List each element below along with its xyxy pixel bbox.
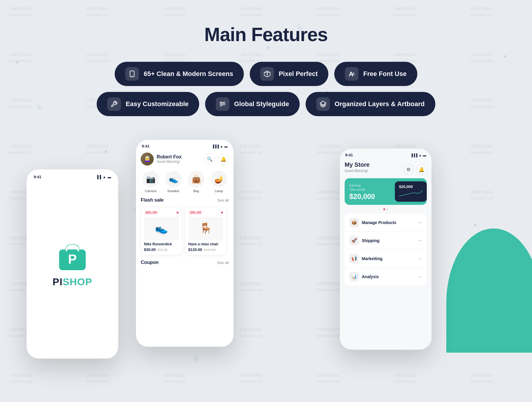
earning-label: Earning (349, 184, 375, 187)
feature-badge-screens[interactable]: 65+ Clean & Modern Screens (115, 62, 244, 86)
menu-left-products: 📦 Manage Products (349, 218, 396, 227)
chair-name: Have a relax chair (188, 242, 223, 246)
svg-point-4 (267, 73, 268, 74)
products-label: Manage Products (362, 220, 396, 225)
coupon-title: Coupon (141, 260, 158, 265)
logo-bag-icon: P (56, 241, 89, 273)
nike-price: $30.00 (144, 247, 156, 252)
styleguide-label: Global Styleguide (234, 100, 289, 108)
logo-area: P PISHOP (53, 241, 92, 288)
layers-icon (316, 97, 330, 111)
status-bar-left: 9:41 ▐▐ ▲ ▬ (27, 175, 118, 179)
earning-left: Earning This month $20,000 (349, 184, 375, 201)
styleguide-icon (216, 97, 229, 111)
menu-item-analysis[interactable]: 📊 Analysis → (345, 268, 427, 286)
feature-badge-customize[interactable]: Easy Customizeable (97, 92, 199, 116)
product-card-chair[interactable]: 50% Off ♥ 🪑 Have a relax chair $120.00 $… (185, 207, 226, 255)
lamp-circle: 🪔 (211, 171, 227, 187)
flash-see-all[interactable]: See all (217, 198, 229, 202)
nike-heart[interactable]: ♥ (176, 210, 179, 215)
time-right: 9:41 (345, 153, 353, 157)
phone-header: 👩‍🦳 Robert Fox Good Morning! 🔍 🔔 (136, 150, 233, 168)
product-card-nike[interactable]: 60% Off ♥ 👟 Nike Runnerdick $30.00 $70.0… (141, 207, 182, 255)
settings-icon-btn[interactable]: ⚙ (403, 164, 414, 175)
dark-card-amount: $20,000 (399, 184, 423, 189)
camera-label: Camera (145, 189, 156, 193)
screens-label: 65+ Clean & Modern Screens (144, 70, 233, 78)
layers-label: Organized Layers & Artboard (335, 100, 425, 108)
bell-icon-btn[interactable]: 🔔 (218, 154, 229, 164)
category-row: 📷 Camera 👟 Sneaker 👜 Bag 🪔 Lamp (136, 168, 233, 196)
chair-price: $120.00 (188, 247, 202, 252)
header-icons: 🔍 🔔 (205, 154, 229, 164)
user-name: Robert Fox (157, 154, 181, 160)
earning-amount: $20,000 (349, 192, 375, 201)
feature-badge-pixel[interactable]: Pixel Perfect (250, 62, 328, 86)
menu-left-shipping: 🚀 Shipping (349, 236, 379, 245)
chair-old-price: $240.00 (204, 248, 216, 252)
nike-prices: $30.00 $70.00 (144, 247, 179, 252)
sneaker-circle: 👟 (165, 171, 182, 187)
phone-store: 9:41 ▐▐▐▲▬ My Store Good Morning! ⚙ 🔔 (340, 149, 432, 350)
feature-badge-font[interactable]: A A Free Font Use (334, 62, 417, 86)
menu-left-analysis: 📊 Analysis (349, 272, 379, 281)
search-icon-btn[interactable]: 🔍 (205, 154, 215, 164)
nike-image: 👟 (144, 217, 179, 240)
coupon-see-all[interactable]: See all (217, 260, 229, 265)
feature-badge-layers[interactable]: Organized Layers & Artboard (306, 92, 435, 116)
user-info: Robert Fox Good Morning! (157, 154, 181, 164)
chair-heart[interactable]: ♥ (221, 210, 223, 215)
svg-text:A: A (352, 72, 355, 76)
phone-home: 9:41 ▐▐▐▲▬ 👩‍🦳 Robert Fox Good Morning! … (136, 140, 233, 347)
bag-label: Bag (193, 189, 199, 193)
dark-chart (399, 189, 423, 198)
bell2-icon-btn[interactable]: 🔔 (416, 164, 427, 175)
screens-icon (125, 67, 139, 81)
lamp-label: Lamp (215, 189, 223, 193)
chair-badge-row: 50% Off ♥ (188, 210, 223, 215)
products-icon: 📦 (349, 218, 359, 227)
category-bag[interactable]: 👜 Bag (188, 171, 205, 193)
marketing-arrow: → (417, 256, 422, 261)
category-camera[interactable]: 📷 Camera (142, 171, 159, 193)
marketing-icon: 📢 (349, 254, 359, 263)
nike-old-price: $70.00 (158, 248, 168, 252)
chair-image: 🪑 (188, 217, 223, 240)
wifi-icon: ▲ (103, 175, 106, 179)
coupon-header: Coupon See all (136, 257, 233, 268)
bag-circle: 👜 (188, 171, 205, 187)
feature-badge-styleguide[interactable]: Global Styleguide (205, 92, 300, 116)
phone-logo: 9:41 ▐▐ ▲ ▬ P PISHOP (27, 169, 118, 359)
signal-area: ▐▐▐▲▬ (212, 145, 228, 148)
dark-overlay-card: $20,000 (395, 181, 427, 202)
pixel-icon (260, 67, 274, 81)
nike-name: Nike Runnerdick (144, 242, 179, 246)
time-left: 9:41 (34, 175, 41, 179)
svg-point-1 (132, 75, 132, 76)
category-sneaker[interactable]: 👟 Sneaker (165, 171, 182, 193)
analysis-label: Analysis (362, 274, 379, 279)
chair-prices: $120.00 $240.00 (188, 247, 223, 252)
customize-icon (107, 97, 121, 111)
features-grid: 65+ Clean & Modern Screens Pixel Perfect (97, 62, 435, 116)
earning-area: Earning This month $20,000 ⌄ $20,000 (345, 178, 427, 205)
menu-item-marketing[interactable]: 📢 Markeiting → (345, 250, 427, 268)
menu-item-shipping[interactable]: 🚀 Shipping → (345, 232, 427, 250)
teal-decoration (446, 228, 532, 353)
flash-sale-header: Flash sale See all (136, 196, 233, 205)
products-row: 60% Off ♥ 👟 Nike Runnerdick $30.00 $70.0… (136, 205, 233, 257)
menu-item-products[interactable]: 📦 Manage Products → (345, 214, 427, 232)
phones-area: 9:41 ▐▐ ▲ ▬ P PISHOP (0, 134, 532, 353)
category-lamp[interactable]: 🪔 Lamp (211, 171, 227, 193)
analysis-icon: 📊 (349, 272, 359, 281)
font-label: Free Font Use (363, 70, 407, 78)
camera-circle: 📷 (142, 171, 159, 187)
shipping-arrow: → (417, 238, 422, 243)
customize-label: Easy Customizeable (126, 100, 189, 108)
menu-left-marketing: 📢 Markeiting (349, 254, 382, 263)
svg-text:P: P (68, 252, 77, 266)
store-menu: 📦 Manage Products → 🚀 Shipping → 📢 Ma (345, 214, 427, 286)
signal-icon: ▐▐ (96, 175, 101, 179)
time-center: 9:41 (142, 144, 150, 148)
products-arrow: → (417, 220, 422, 225)
